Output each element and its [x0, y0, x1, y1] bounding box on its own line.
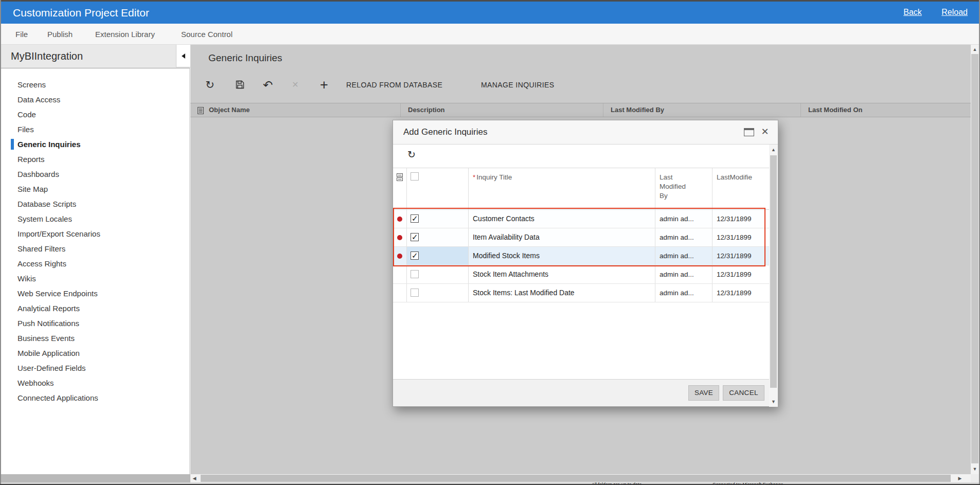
delete-icon: ✕: [292, 80, 298, 89]
sidebar-item-label: Connected Applications: [17, 393, 98, 402]
inquiry-title-cell[interactable]: Stock Item Attachments: [469, 265, 655, 283]
select-all-checkbox[interactable]: [411, 172, 419, 181]
main-vertical-scrollbar[interactable]: ▲ ▼: [971, 45, 979, 474]
sidebar-item-files[interactable]: Files: [1, 122, 190, 137]
row-checkbox-cell: [407, 265, 469, 283]
inquiry-title-cell[interactable]: Item Availability Data: [469, 228, 655, 246]
row-status-cell: [393, 284, 407, 302]
scroll-down-icon[interactable]: ▼: [769, 399, 778, 404]
manage-inquiries-button[interactable]: MANAGE INQUIRIES: [481, 81, 555, 89]
scroll-left-icon[interactable]: ◀: [191, 476, 198, 481]
last-modified-on-cell: 12/31/1899: [712, 228, 770, 246]
sidebar-item-analytical-reports[interactable]: Analytical Reports: [1, 301, 190, 316]
scroll-up-icon[interactable]: ▲: [769, 147, 778, 152]
dialog-scrollbar[interactable]: ▲ ▼: [769, 145, 778, 407]
inquiry-title-cell[interactable]: Stock Items: Last Modified Date: [469, 284, 655, 302]
dialog-grid-row[interactable]: Stock Items: Last Modified Dateadmin ad.…: [393, 284, 770, 302]
reload-from-database-button[interactable]: RELOAD FROM DATABASE: [346, 81, 442, 89]
column-header-last-modified-on[interactable]: LastModifie: [712, 168, 770, 209]
cancel-button[interactable]: CANCEL: [723, 385, 764, 401]
refresh-button[interactable]: ↻: [202, 78, 218, 92]
app-title: Customization Project Editor: [13, 7, 149, 19]
add-button[interactable]: +: [316, 78, 332, 92]
close-button[interactable]: ✕: [759, 125, 771, 138]
scrollbar-thumb[interactable]: [971, 54, 978, 463]
save-button[interactable]: [232, 78, 247, 92]
sidebar-item-mobile-application[interactable]: Mobile Application: [1, 346, 190, 361]
row-checkbox[interactable]: [411, 289, 419, 297]
menu-extension-library[interactable]: Extension Library: [95, 30, 155, 39]
sidebar-item-generic-inquiries[interactable]: Generic Inquiries: [1, 137, 190, 152]
sidebar-item-code[interactable]: Code: [1, 107, 190, 122]
column-header-last-modified-by[interactable]: Last Modified By: [655, 168, 712, 209]
sidebar-item-reports[interactable]: Reports: [1, 152, 190, 167]
scroll-up-icon[interactable]: ▲: [971, 47, 979, 52]
row-checkbox[interactable]: [411, 252, 419, 260]
row-settings-icon: [198, 107, 204, 114]
sidebar-item-label: Access Rights: [17, 259, 66, 268]
add-icon: +: [320, 77, 328, 93]
scrollbar-thumb[interactable]: [201, 475, 951, 482]
sidebar-item-webhooks[interactable]: Webhooks: [1, 375, 190, 390]
inquiry-title-cell[interactable]: Customer Contacts: [469, 210, 655, 228]
sidebar-item-label: Site Map: [17, 185, 48, 193]
titlebar-links: Back Reload: [886, 8, 968, 17]
column-header-last-modified-by[interactable]: Last Modified By: [603, 103, 801, 117]
column-header-description[interactable]: Description: [401, 103, 603, 117]
sidebar-item-web-service-endpoints[interactable]: Web Service Endpoints: [1, 286, 190, 301]
sidebar-item-screens[interactable]: Screens: [1, 77, 190, 92]
select-all-column-header: [407, 168, 469, 209]
row-checkbox-cell: [407, 247, 469, 265]
row-checkbox-cell: [407, 228, 469, 246]
sidebar-item-data-access[interactable]: Data Access: [1, 92, 190, 107]
sidebar-item-access-rights[interactable]: Access Rights: [1, 256, 190, 271]
sidebar-item-dashboards[interactable]: Dashboards: [1, 167, 190, 182]
sidebar-item-label: Web Service Endpoints: [17, 289, 98, 298]
column-header-inquiry-title[interactable]: *Inquiry Title: [469, 168, 655, 209]
inquiry-title-cell[interactable]: Modified Stock Items: [469, 247, 655, 265]
last-modified-on-cell: 12/31/1899: [712, 247, 770, 265]
undo-button[interactable]: ↶: [260, 78, 276, 92]
back-link[interactable]: Back: [903, 8, 922, 16]
sidebar-item-shared-filters[interactable]: Shared Filters: [1, 241, 190, 256]
sidebar-item-business-events[interactable]: Business Events: [1, 331, 190, 346]
row-checkbox[interactable]: [411, 233, 419, 241]
reload-link[interactable]: Reload: [941, 8, 968, 16]
menu-publish[interactable]: Publish: [47, 30, 73, 39]
scroll-down-icon[interactable]: ▼: [971, 466, 979, 472]
sidebar-item-import-export-scenarios[interactable]: Import/Export Scenarios: [1, 226, 190, 241]
menu-source-control[interactable]: Source Control: [181, 30, 233, 39]
dialog-grid-row[interactable]: Modified Stock Itemsadmin ad...12/31/189…: [393, 247, 770, 265]
sidebar-item-wikis[interactable]: Wikis: [1, 271, 190, 286]
row-checkbox[interactable]: [411, 214, 419, 223]
maximize-button[interactable]: [744, 128, 754, 136]
row-checkbox-cell: [407, 210, 469, 228]
delete-button[interactable]: ✕: [288, 78, 303, 92]
sidebar-item-site-map[interactable]: Site Map: [1, 182, 190, 196]
dialog-refresh-button[interactable]: ↻: [404, 148, 419, 162]
main-horizontal-scrollbar[interactable]: ◀ ▶: [190, 474, 971, 482]
sidebar-item-label: Code: [17, 110, 36, 119]
scrollbar-thumb[interactable]: [770, 155, 777, 388]
sidebar-collapse-button[interactable]: [176, 45, 191, 67]
sidebar-item-push-notifications[interactable]: Push Notifications: [1, 316, 190, 331]
dialog-grid-row[interactable]: Customer Contactsadmin ad...12/31/1899: [393, 210, 770, 228]
row-checkbox[interactable]: [411, 270, 419, 278]
sidebar-item-system-locales[interactable]: System Locales: [1, 211, 190, 226]
column-label: Object Name: [209, 106, 250, 114]
sidebar-item-database-scripts[interactable]: Database Scripts: [1, 196, 190, 211]
dialog-grid-row[interactable]: Stock Item Attachmentsadmin ad...12/31/1…: [393, 265, 770, 284]
main-table-header: Object Name Description Last Modified By…: [190, 103, 971, 117]
save-button[interactable]: SAVE: [688, 385, 719, 401]
sidebar-item-user-defined-fields[interactable]: User-Defined Fields: [1, 361, 190, 375]
sidebar-item-connected-applications[interactable]: Connected Applications: [1, 390, 190, 405]
column-header-object-name[interactable]: Object Name: [190, 103, 401, 117]
sidebar-item-label: Push Notifications: [17, 319, 79, 328]
column-header-last-modified-on[interactable]: Last Modified On: [801, 103, 971, 117]
dialog-grid-row[interactable]: Item Availability Dataadmin ad...12/31/1…: [393, 228, 770, 247]
sidebar-item-label: Mobile Application: [17, 349, 80, 357]
row-status-cell: [393, 228, 407, 246]
menu-file[interactable]: File: [15, 30, 28, 39]
last-modified-by-cell: admin ad...: [655, 247, 712, 265]
scroll-right-icon[interactable]: ▶: [957, 476, 963, 481]
